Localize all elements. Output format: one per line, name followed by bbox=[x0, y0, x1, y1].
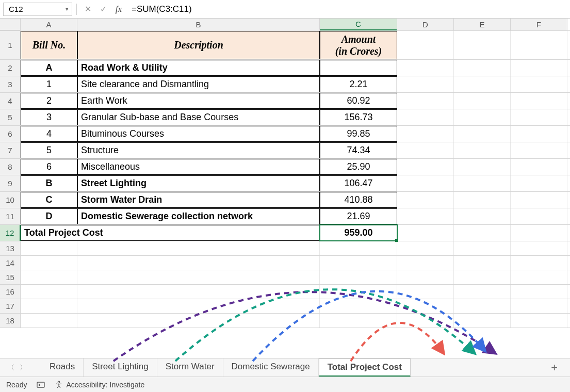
cell[interactable] bbox=[511, 109, 567, 125]
cell-amount[interactable]: 74.34 bbox=[320, 142, 397, 158]
cell[interactable] bbox=[454, 142, 511, 158]
cell[interactable] bbox=[397, 159, 454, 175]
row-header[interactable]: 16 bbox=[0, 285, 21, 299]
cell[interactable] bbox=[511, 208, 567, 224]
cell-amount[interactable]: 2.21 bbox=[320, 76, 397, 92]
cell[interactable] bbox=[320, 256, 397, 270]
cell[interactable] bbox=[454, 314, 511, 328]
cell[interactable] bbox=[454, 175, 511, 191]
cell[interactable] bbox=[77, 241, 320, 255]
cell-amount[interactable]: 410.88 bbox=[320, 192, 397, 208]
row-header-12[interactable]: 12 bbox=[0, 225, 21, 241]
cell[interactable] bbox=[397, 256, 454, 270]
cell[interactable] bbox=[454, 109, 511, 125]
cell[interactable] bbox=[77, 299, 320, 313]
row-header[interactable]: 11 bbox=[0, 208, 21, 224]
cell[interactable] bbox=[397, 60, 454, 76]
cell[interactable] bbox=[397, 126, 454, 142]
fx-icon[interactable]: fx bbox=[112, 3, 125, 16]
cell[interactable] bbox=[77, 314, 320, 328]
cell-description[interactable]: Storm Water Drain bbox=[77, 192, 320, 208]
cell[interactable] bbox=[397, 192, 454, 208]
sheet-tab[interactable]: Domestic Sewerage bbox=[223, 358, 319, 377]
cell[interactable] bbox=[511, 175, 567, 191]
row-header[interactable]: 9 bbox=[0, 175, 21, 191]
cell[interactable] bbox=[511, 285, 567, 299]
cell[interactable] bbox=[454, 60, 511, 76]
header-description[interactable]: Description bbox=[77, 31, 320, 59]
cell[interactable] bbox=[454, 76, 511, 92]
sheet-tab[interactable]: Storm Water bbox=[157, 358, 223, 377]
cell[interactable] bbox=[397, 314, 454, 328]
cell-description[interactable]: Granular Sub-base and Base Courses bbox=[77, 109, 320, 125]
cell[interactable] bbox=[511, 126, 567, 142]
cell[interactable] bbox=[320, 241, 397, 255]
sheet-tab[interactable]: Total Project Cost bbox=[319, 358, 411, 377]
cell[interactable] bbox=[77, 285, 320, 299]
cell[interactable] bbox=[511, 299, 567, 313]
cell-description[interactable]: Site clearance and Dismantling bbox=[77, 76, 320, 92]
row-header[interactable]: 4 bbox=[0, 93, 21, 109]
cell[interactable] bbox=[320, 314, 397, 328]
cell[interactable] bbox=[454, 256, 511, 270]
cell-amount[interactable]: 25.90 bbox=[320, 159, 397, 175]
row-header[interactable]: 2 bbox=[0, 60, 21, 76]
row-header[interactable]: 17 bbox=[0, 299, 21, 313]
cell[interactable] bbox=[397, 299, 454, 313]
cell[interactable] bbox=[511, 142, 567, 158]
cell[interactable] bbox=[454, 208, 511, 224]
cell[interactable] bbox=[397, 175, 454, 191]
cell[interactable] bbox=[511, 60, 567, 76]
cell-bill-no[interactable]: 6 bbox=[21, 159, 77, 175]
cell[interactable] bbox=[397, 76, 454, 92]
row-header[interactable]: 6 bbox=[0, 126, 21, 142]
cell-description[interactable]: Miscellaneous bbox=[77, 159, 320, 175]
select-all-corner[interactable] bbox=[0, 19, 21, 30]
tab-prev-icon[interactable]: 〈 bbox=[5, 363, 17, 372]
header-bill-no[interactable]: Bill No. bbox=[21, 31, 77, 59]
cell[interactable] bbox=[454, 285, 511, 299]
cell-amount[interactable]: 106.47 bbox=[320, 175, 397, 191]
col-header-F[interactable]: F bbox=[511, 19, 567, 30]
cell-bill-no[interactable]: C bbox=[21, 192, 77, 208]
cell[interactable] bbox=[454, 126, 511, 142]
cell[interactable] bbox=[454, 192, 511, 208]
cell-description[interactable]: Domestic Sewerage collection network bbox=[77, 208, 320, 224]
cell[interactable] bbox=[397, 93, 454, 109]
cell-bill-no[interactable]: 4 bbox=[21, 126, 77, 142]
cell-amount[interactable] bbox=[320, 60, 397, 76]
col-header-D[interactable]: D bbox=[397, 19, 454, 30]
cell[interactable] bbox=[21, 270, 77, 284]
cell[interactable] bbox=[454, 159, 511, 175]
cell[interactable] bbox=[77, 270, 320, 284]
chevron-down-icon[interactable]: ▾ bbox=[66, 6, 69, 12]
cell[interactable] bbox=[21, 256, 77, 270]
accessibility-status[interactable]: Accessibility: Investigate bbox=[55, 381, 144, 389]
macro-icon[interactable] bbox=[36, 380, 45, 389]
cell-bill-no[interactable]: A bbox=[21, 60, 77, 76]
cell[interactable] bbox=[397, 142, 454, 158]
cell[interactable] bbox=[397, 285, 454, 299]
cell[interactable] bbox=[21, 285, 77, 299]
row-header[interactable]: 8 bbox=[0, 159, 21, 175]
cell[interactable] bbox=[454, 93, 511, 109]
cancel-icon[interactable]: ✕ bbox=[81, 3, 94, 16]
sheet-tab[interactable]: Roads bbox=[41, 358, 84, 377]
cell[interactable] bbox=[397, 31, 454, 59]
cell-bill-no[interactable]: D bbox=[21, 208, 77, 224]
row-header[interactable]: 13 bbox=[0, 241, 21, 255]
cell-description[interactable]: Road Work & Utility bbox=[77, 60, 320, 76]
row-header[interactable]: 14 bbox=[0, 256, 21, 270]
cell[interactable] bbox=[320, 299, 397, 313]
name-box[interactable]: C12 ▾ bbox=[3, 3, 72, 16]
fill-handle[interactable] bbox=[395, 239, 398, 242]
sheet-tab[interactable]: Street Lighting bbox=[84, 358, 157, 377]
cell[interactable] bbox=[454, 241, 511, 255]
cell[interactable] bbox=[21, 241, 77, 255]
cell[interactable] bbox=[320, 285, 397, 299]
cell[interactable] bbox=[454, 299, 511, 313]
cell-amount[interactable]: 21.69 bbox=[320, 208, 397, 224]
col-header-C[interactable]: C bbox=[320, 19, 397, 30]
cell[interactable] bbox=[21, 299, 77, 313]
cell[interactable] bbox=[397, 225, 454, 241]
